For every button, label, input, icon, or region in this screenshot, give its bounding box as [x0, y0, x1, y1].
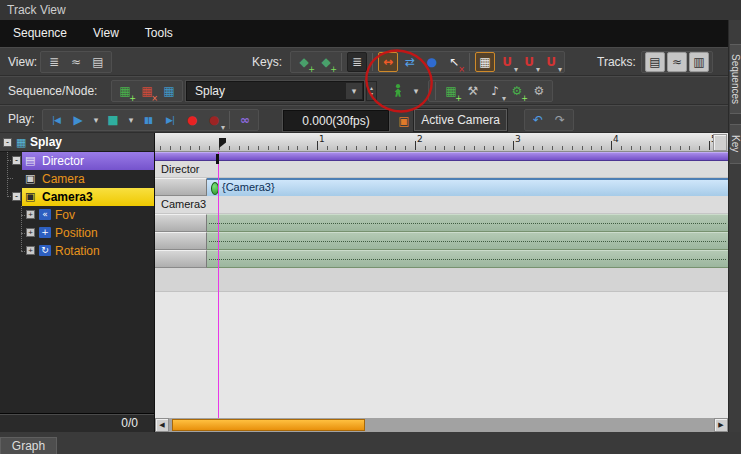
edit-sequence-button[interactable]: ▦ — [159, 81, 179, 101]
track-value-dotline — [209, 241, 726, 242]
add-event-button[interactable]: ⚙+ — [507, 81, 527, 101]
time-ruler[interactable]: 12345 — [155, 133, 728, 152]
sequence-spinner[interactable]: ▴ ▾ — [366, 81, 377, 101]
add-node-button[interactable]: ▦+ — [441, 81, 461, 101]
snap-tick-button[interactable]: U▾ — [541, 52, 561, 72]
active-camera-button[interactable]: Active Camera — [414, 109, 507, 131]
sequence-node-toolbar: Sequence/Node: ▦+▦×▦ Splay ▾ ▴ ▾ ▾ ▦+⚒♪▾… — [0, 76, 728, 105]
tab-graph[interactable]: Graph — [0, 437, 57, 454]
camera-track-band[interactable]: {Camera3} — [207, 178, 728, 196]
camera-sync-view-button[interactable]: ∞ — [235, 110, 255, 130]
ruler-corner-button[interactable] — [713, 134, 727, 151]
move-keys-button[interactable]: ↔ — [378, 52, 398, 72]
scroll-right-button[interactable]: ▶ — [714, 418, 728, 432]
track-header-cell[interactable] — [155, 232, 207, 250]
tree-item-position[interactable]: ++Position — [0, 224, 154, 242]
anim-track-band[interactable] — [207, 232, 728, 250]
record-person-button[interactable] — [388, 81, 408, 101]
view-track-list-button[interactable]: ≣ — [44, 52, 64, 72]
toggle-summary-track-button[interactable]: ▥ — [689, 52, 709, 72]
track-header-cell[interactable] — [155, 250, 207, 268]
sequence-combobox[interactable]: Splay ▾ — [186, 81, 364, 101]
sequence-root-row[interactable]: - ▦ Splay — [0, 133, 154, 152]
toggle-curve-area-icon: ≈ — [672, 56, 682, 68]
snap-none-button[interactable]: ▦ — [475, 52, 495, 72]
redo-button[interactable]: ↷ — [550, 110, 570, 130]
add-event-badge-icon: + — [521, 95, 528, 103]
play-options-button[interactable]: ▾ — [90, 110, 101, 130]
scrollbar-thumb[interactable] — [172, 419, 365, 431]
director-track-bar[interactable] — [155, 152, 728, 161]
track-header-cell[interactable] — [155, 214, 207, 232]
expand-track-box[interactable]: + — [26, 210, 35, 219]
camera-track-row[interactable]: {Camera3} — [155, 178, 728, 196]
toggle-curve-area-button[interactable]: ≈ — [667, 52, 687, 72]
snap-frame-button[interactable]: U▾ — [519, 52, 539, 72]
anim-track-row[interactable] — [155, 232, 728, 250]
frame-rate-button[interactable]: ▣ — [394, 111, 414, 131]
menu-tools[interactable]: Tools — [132, 20, 186, 47]
tree-item-rotation[interactable]: +↻Rotation — [0, 242, 154, 260]
pause-button[interactable]: ▮▮ — [138, 110, 158, 130]
anim-track-band[interactable] — [207, 250, 728, 268]
stop-button[interactable]: ■ — [103, 110, 123, 130]
scroll-left-button[interactable]: ◀ — [155, 418, 169, 432]
key-properties-button[interactable]: ≣ — [347, 52, 367, 72]
chevron-down-icon[interactable]: ▾ — [346, 83, 362, 99]
toggle-track-list-button[interactable]: ▤ — [645, 52, 665, 72]
person-options-button[interactable]: ▾ — [410, 81, 421, 101]
ruler-label: 2 — [417, 134, 423, 144]
menu-view[interactable]: View — [80, 20, 132, 47]
snap-tick-badge-icon: ▾ — [558, 66, 562, 74]
anim-track-band[interactable] — [207, 214, 728, 232]
view-curve-editor-button[interactable]: ≈ — [66, 52, 86, 72]
select-keys-button[interactable]: ↖× — [444, 52, 464, 72]
playhead[interactable] — [218, 152, 219, 418]
record-button[interactable]: ● — [182, 110, 202, 130]
view-tracks-and-curves-button[interactable]: ▤ — [88, 52, 108, 72]
collapse-expander[interactable]: - — [12, 192, 21, 201]
tree-item-director[interactable]: -▤Director — [0, 152, 154, 170]
add-selected-node-button[interactable]: ⚒ — [463, 81, 483, 101]
auto-record-button[interactable]: ●▾ — [204, 110, 224, 130]
collapse-expander[interactable]: - — [12, 156, 21, 165]
time-display[interactable]: 0.000(30fps) — [283, 110, 389, 131]
track-header-cell[interactable] — [155, 178, 207, 196]
director-key-marker[interactable] — [216, 154, 219, 164]
snap-magnet-button[interactable]: U▾ — [497, 52, 517, 72]
side-tab-sequences[interactable]: Sequences — [730, 44, 741, 114]
expand-track-box[interactable]: + — [26, 246, 35, 255]
timeline-area[interactable]: 12345 Director{Camera3}Camera3 ◀ ▶ — [155, 133, 728, 432]
snap-magnet-badge-icon: ▾ — [514, 66, 518, 74]
goto-previous-key-button[interactable]: ◆+ — [294, 52, 314, 72]
toolbar-separator — [229, 111, 230, 129]
slide-keys-button[interactable]: ⇄ — [400, 52, 420, 72]
add-sequence-button[interactable]: ▦+ — [115, 81, 135, 101]
collapse-expander[interactable]: - — [3, 138, 12, 147]
add-node-badge-icon: + — [455, 95, 462, 103]
side-tab-key[interactable]: Key — [730, 124, 741, 164]
anim-track-row[interactable] — [155, 214, 728, 232]
tree-item-fov[interactable]: +«Fov — [0, 206, 154, 224]
undo-button[interactable]: ↶ — [528, 110, 548, 130]
expand-track-box[interactable]: + — [26, 228, 35, 237]
delete-sequence-button[interactable]: ▦× — [137, 81, 157, 101]
go-to-end-button[interactable]: ▶| — [160, 110, 180, 130]
tree-item-camera[interactable]: ▣Camera — [0, 170, 154, 188]
play-button[interactable]: ▶ — [68, 110, 88, 130]
horizontal-scrollbar[interactable]: ◀ ▶ — [155, 418, 728, 432]
scale-keys-button[interactable]: ● — [422, 52, 442, 72]
menu-sequence[interactable]: Sequence — [0, 20, 80, 47]
edit-sequence-icon: ▦ — [163, 85, 174, 97]
go-to-start-button[interactable]: |◀ — [46, 110, 66, 130]
snap-frame-badge-icon: ▾ — [536, 66, 540, 74]
goto-next-key-button[interactable]: ◆+ — [316, 52, 336, 72]
tree-item-camera3[interactable]: -▣Camera3 — [0, 188, 154, 206]
anim-track-row[interactable] — [155, 250, 728, 268]
play-options-icon: ▾ — [94, 116, 98, 125]
stop-options-button[interactable]: ▾ — [125, 110, 136, 130]
node-settings-button[interactable]: ⚙ — [529, 81, 549, 101]
add-sound-track-button[interactable]: ♪▾ — [485, 81, 505, 101]
window-titlebar[interactable]: Track View — [0, 0, 741, 20]
node-settings-icon: ⚙ — [534, 85, 545, 97]
